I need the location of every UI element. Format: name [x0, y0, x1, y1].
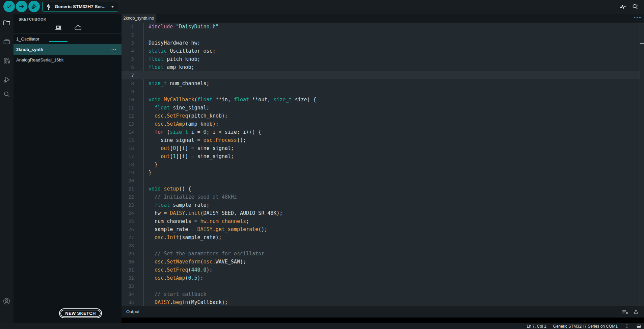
- code-text: static Oscillator osc;: [149, 47, 216, 55]
- serial-monitor-button[interactable]: [631, 3, 639, 11]
- sidebar-item-debug[interactable]: [3, 76, 11, 84]
- code-line[interactable]: 13 osc.SetAmp(amp_knob);: [122, 120, 640, 128]
- code-line[interactable]: 18 }: [122, 160, 640, 169]
- debug-button[interactable]: [28, 1, 40, 12]
- code-line[interactable]: 33: [122, 282, 640, 290]
- upload-button[interactable]: [16, 1, 27, 12]
- code-line[interactable]: 12 osc.SetFreq(pitch_knob);: [122, 112, 640, 120]
- code-line[interactable]: 19}: [122, 169, 640, 177]
- code-line[interactable]: 20: [122, 177, 640, 185]
- folder-icon: [3, 19, 11, 27]
- editor-code-area[interactable]: 1#include "DaisyDuino.h"23DaisyHardware …: [122, 23, 644, 306]
- sketch-item-label: 2knob_synth: [16, 47, 111, 52]
- board-port-status[interactable]: Generic STM32H7 Series on COM1: [553, 324, 618, 329]
- status-bar: Ln 7, Col 1 Generic STM32H7 Series on CO…: [0, 323, 644, 329]
- sidebar-item-boards-manager[interactable]: [3, 38, 11, 46]
- code-line[interactable]: 21void setup() {: [122, 185, 640, 193]
- code-line[interactable]: 16 out[0][i] = sine_signal;: [122, 144, 640, 152]
- editor-more-actions[interactable]: [634, 17, 641, 18]
- code-line[interactable]: 4static Oscillator osc;: [122, 47, 640, 55]
- arrow-right-icon: [18, 3, 25, 10]
- line-number: 21: [122, 185, 134, 193]
- clear-output-button[interactable]: [622, 309, 628, 315]
- code-line[interactable]: 10void MyCallback(float **in, float **ou…: [122, 96, 640, 104]
- code-text: osc.SetAmp(0.5);: [149, 274, 204, 282]
- new-sketch-button[interactable]: NEW SKETCH: [59, 308, 102, 318]
- board-selector[interactable]: Generic STM32H7 Ser...: [42, 2, 118, 11]
- code-text: float sample_rate;: [149, 201, 210, 209]
- code-line[interactable]: 34 // start callback: [122, 290, 640, 298]
- panel-toggle-icon: [636, 324, 641, 329]
- code-text: void MyCallback(float **in, float **out,…: [149, 96, 316, 104]
- output-panel-title: Output: [126, 309, 139, 314]
- output-console[interactable]: [122, 318, 644, 323]
- line-number: 8: [122, 79, 134, 87]
- cursor-position[interactable]: Ln 7, Col 1: [527, 324, 546, 329]
- code-line[interactable]: 2: [122, 31, 640, 39]
- code-line[interactable]: 27 osc.Init(sample_rate);: [122, 233, 640, 242]
- code-text: osc.SetAmp(amp_knob);: [149, 120, 219, 128]
- local-sketches-icon: [55, 24, 62, 31]
- code-text: void setup() {: [149, 185, 191, 193]
- sidebar-item-search[interactable]: [3, 90, 11, 98]
- ellipsis-icon[interactable]: ···: [111, 47, 117, 52]
- toggle-bottom-panel-button[interactable]: [636, 324, 641, 329]
- line-number: 27: [122, 233, 134, 242]
- sketch-item-label: AnalogReadSerial_16bit: [16, 57, 117, 62]
- code-line[interactable]: 28: [122, 242, 640, 250]
- code-text: DAISY.begin(MyCallback);: [149, 298, 228, 306]
- verify-button[interactable]: [3, 1, 15, 12]
- code-line[interactable]: 23 float sample_rate;: [122, 201, 640, 209]
- code-line[interactable]: 15 sine_signal = osc.Process();: [122, 136, 640, 144]
- toolbar: Generic STM32H7 Ser...: [0, 0, 644, 14]
- line-number: 29: [122, 250, 134, 258]
- code-line[interactable]: 24 hw = DAISY.init(DAISY_SEED, AUDIO_SR_…: [122, 209, 640, 217]
- notifications-button[interactable]: [624, 324, 629, 329]
- tab-cloud-sketches[interactable]: [72, 24, 84, 32]
- code-line[interactable]: 25 num_channels = hw.num_channels;: [122, 217, 640, 225]
- code-line[interactable]: 29 // Set the parameters for oscillator: [122, 250, 640, 258]
- code-line[interactable]: 8size_t num_channels;: [122, 79, 640, 87]
- code-line[interactable]: 14 for (size_t i = 0; i < size; i++) {: [122, 128, 640, 136]
- serial-plotter-button[interactable]: [619, 3, 627, 11]
- toggle-autoscroll-button[interactable]: [633, 309, 639, 315]
- account-icon: [2, 297, 11, 305]
- line-number: 17: [122, 152, 134, 160]
- account-button[interactable]: [2, 297, 11, 305]
- code-line[interactable]: 9: [122, 87, 640, 96]
- code-line[interactable]: 30 osc.SetWaveform(osc.WAVE_SAW);: [122, 258, 640, 266]
- tab-local-sketches[interactable]: [53, 24, 64, 32]
- code-line[interactable]: 35 DAISY.begin(MyCallback);: [122, 298, 640, 306]
- line-number: 22: [122, 193, 134, 201]
- line-number: 35: [122, 298, 134, 306]
- code-line[interactable]: 6float amp_knob;: [122, 63, 640, 71]
- code-line[interactable]: 11 float sine_signal;: [122, 104, 640, 112]
- code-line[interactable]: 17 out[1][i] = sine_signal;: [122, 152, 640, 160]
- code-text: out[1][i] = sine_signal;: [149, 152, 234, 160]
- editor-tab-label: 2knob_synth.ino: [123, 16, 154, 21]
- debug-icon: [3, 76, 11, 84]
- line-number: 3: [122, 39, 134, 47]
- editor-tab[interactable]: 2knob_synth.ino: [122, 14, 156, 23]
- line-number: 19: [122, 169, 134, 177]
- editor-scrollbar[interactable]: [640, 23, 640, 306]
- code-line[interactable]: 1#include "DaisyDuino.h": [122, 23, 640, 31]
- unlock-icon: [633, 309, 639, 315]
- code-text: sine_signal = osc.Process();: [149, 136, 246, 144]
- code-line[interactable]: 7: [122, 71, 640, 79]
- sketch-item[interactable]: 2knob_synth···: [14, 44, 122, 55]
- code-line[interactable]: 26 sample_rate = DAISY.get_samplerate();: [122, 225, 640, 233]
- code-line[interactable]: 31 osc.SetFreq(440.0);: [122, 266, 640, 274]
- line-number: 10: [122, 96, 134, 104]
- sidebar-item-library-manager[interactable]: [3, 57, 11, 65]
- line-number: 25: [122, 217, 134, 225]
- sidebar-item-sketchbook[interactable]: [3, 19, 11, 27]
- code-text: float amp_knob;: [149, 63, 194, 71]
- sketch-item[interactable]: AnalogReadSerial_16bit: [14, 55, 122, 65]
- code-line[interactable]: 22 // Initialize seed at 48kHz: [122, 193, 640, 201]
- code-line[interactable]: 5float pitch_knob;: [122, 55, 640, 63]
- code-line[interactable]: 32 osc.SetAmp(0.5);: [122, 274, 640, 282]
- line-number: 12: [122, 112, 134, 120]
- sketch-item[interactable]: 1_Oscillator: [14, 34, 122, 44]
- code-line[interactable]: 3DaisyHardware hw;: [122, 39, 640, 47]
